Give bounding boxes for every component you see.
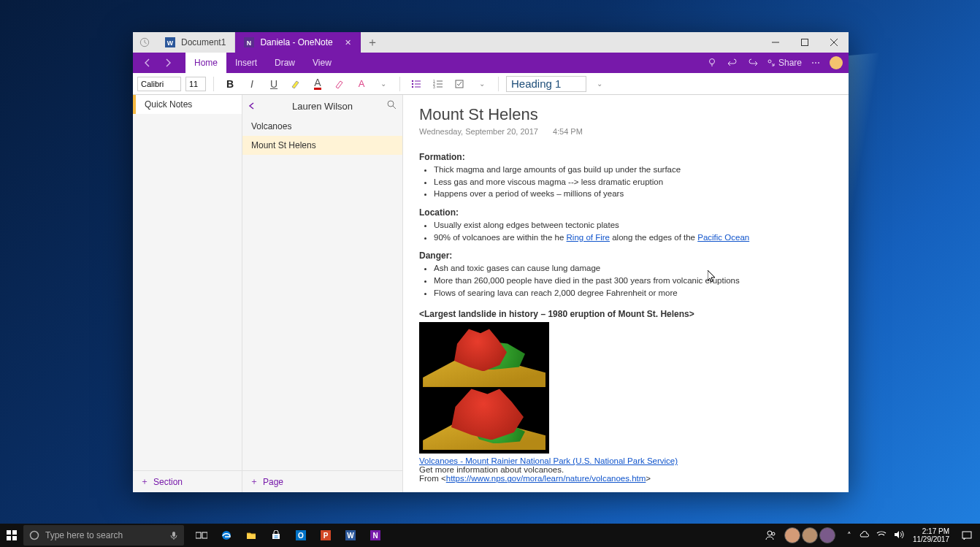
- landslide-heading: <Largest landslide in history – 1980 eru…: [419, 309, 832, 319]
- taskbar-app-word[interactable]: W: [339, 524, 362, 547]
- danger-item: Flows of searing lava can reach 2,000 de…: [434, 287, 832, 299]
- svg-text:W: W: [347, 532, 354, 540]
- font-color-button[interactable]: A: [309, 75, 326, 93]
- heading-formation: Formation:: [419, 152, 832, 162]
- link-ring-of-fire[interactable]: Ring of Fire: [567, 233, 610, 242]
- taskbar-app-onenote[interactable]: N: [364, 524, 387, 547]
- format-painter-button[interactable]: A: [353, 75, 370, 93]
- maximize-button[interactable]: [790, 32, 819, 53]
- link-pacific-ocean[interactable]: Pacific Ocean: [697, 233, 749, 242]
- pinned-contact-1[interactable]: [784, 527, 800, 543]
- svg-point-9: [412, 83, 413, 84]
- lightbulb-icon[interactable]: [705, 56, 719, 69]
- toolbar-dropdown-1[interactable]: ⌄: [375, 75, 392, 93]
- svg-rect-18: [7, 536, 11, 540]
- svg-rect-5: [802, 39, 808, 46]
- highlight-button[interactable]: [287, 75, 305, 93]
- ribbon-tab-view[interactable]: View: [304, 53, 340, 73]
- location-item: Usually exist along edges between tecton…: [434, 219, 832, 232]
- notebook-name: Lauren Wilson: [292, 101, 353, 112]
- tab-word-document[interactable]: W Document1: [156, 32, 235, 53]
- close-window-button[interactable]: [819, 32, 849, 53]
- task-view-button[interactable]: [190, 524, 213, 547]
- page-title[interactable]: Mount St Helens: [419, 105, 832, 124]
- toolbar-dropdown-2[interactable]: ⌄: [473, 75, 491, 93]
- volcano-image: [419, 322, 549, 454]
- bullet-list-button[interactable]: [407, 75, 425, 93]
- pinned-contact-3[interactable]: [819, 527, 835, 543]
- taskbar-search[interactable]: Type here to search: [23, 525, 184, 546]
- add-page-button[interactable]: ＋ Page: [242, 470, 402, 492]
- note-canvas[interactable]: Mount St Helens Wednesday, September 20,…: [403, 95, 849, 492]
- todo-button[interactable]: [451, 75, 469, 93]
- add-section-button[interactable]: ＋ Section: [133, 470, 242, 492]
- people-bar-icon[interactable]: [762, 524, 780, 547]
- taskbar-app-powerpoint[interactable]: P: [314, 524, 337, 547]
- heading-location: Location:: [419, 207, 832, 218]
- onenote-app-icon: N: [244, 37, 254, 47]
- tray-chevron-icon[interactable]: ˄: [847, 531, 851, 540]
- search-placeholder: Type here to search: [45, 530, 123, 540]
- undo-icon[interactable]: [726, 56, 739, 69]
- search-icon[interactable]: [387, 100, 397, 112]
- taskbar-app-store[interactable]: [264, 524, 288, 547]
- link-nps-volcanoes[interactable]: Volcanoes - Mount Rainier National Park …: [419, 456, 678, 465]
- action-center-button[interactable]: [958, 527, 976, 544]
- heading-style-select[interactable]: Heading 1: [506, 76, 586, 92]
- more-icon[interactable]: ⋯: [809, 56, 822, 69]
- number-list-button[interactable]: 123: [429, 75, 447, 93]
- cortana-icon: [29, 530, 39, 540]
- heading-dropdown[interactable]: ⌄: [591, 75, 608, 93]
- user-avatar[interactable]: [830, 56, 843, 69]
- tray-onedrive-icon[interactable]: [859, 531, 869, 540]
- page-mount-st-helens[interactable]: Mount St Helens: [242, 136, 402, 155]
- close-tab-icon[interactable]: ✕: [345, 38, 351, 47]
- redo-icon[interactable]: [746, 56, 759, 69]
- svg-text:N: N: [247, 39, 251, 47]
- italic-button[interactable]: I: [243, 75, 261, 93]
- nav-back-button[interactable]: [139, 54, 156, 72]
- mic-icon[interactable]: [169, 531, 178, 540]
- tab-onenote[interactable]: N Daniela - OneNote ✕: [235, 32, 360, 53]
- add-tab-button[interactable]: ＋: [361, 32, 384, 53]
- taskbar-clock[interactable]: 2:17 PM 11/29/2017: [908, 527, 954, 543]
- sections-panel: Quick Notes ＋ Section: [133, 95, 242, 492]
- formatting-toolbar: B I U A A ⌄ 123 ⌄ Heading 1 ⌄: [133, 73, 849, 95]
- tab-word-label: Document1: [181, 37, 226, 47]
- ribbon-tab-draw[interactable]: Draw: [266, 53, 304, 73]
- pinned-contact-2[interactable]: [802, 527, 818, 543]
- svg-text:O: O: [298, 532, 304, 540]
- ribbon-tab-insert[interactable]: Insert: [226, 53, 266, 73]
- ribbon-tab-home[interactable]: Home: [185, 53, 226, 73]
- plus-icon: ＋: [250, 475, 259, 488]
- notebook-back-icon[interactable]: [248, 100, 256, 112]
- bold-button[interactable]: B: [221, 75, 239, 93]
- svg-point-37: [767, 531, 772, 535]
- history-icon[interactable]: [133, 32, 156, 53]
- page-volcanoes[interactable]: Volcanoes: [242, 117, 402, 136]
- clear-format-button[interactable]: [331, 75, 348, 93]
- start-button[interactable]: [0, 524, 23, 547]
- add-section-label: Section: [153, 477, 183, 487]
- share-button[interactable]: Share: [767, 56, 802, 69]
- clock-date: 11/29/2017: [913, 535, 949, 543]
- taskbar-app-edge[interactable]: [215, 524, 238, 547]
- heading-danger: Danger:: [419, 250, 832, 261]
- danger-item: More than 260,000 people have died in th…: [434, 275, 832, 287]
- taskbar-app-explorer[interactable]: [240, 524, 263, 547]
- nav-forward-button[interactable]: [159, 54, 177, 72]
- font-name-select[interactable]: [137, 77, 181, 91]
- formation-item: Happens over a period of weeks – million…: [434, 188, 832, 200]
- svg-text:W: W: [167, 39, 174, 47]
- minimize-button[interactable]: [761, 32, 790, 53]
- section-quick-notes[interactable]: Quick Notes: [133, 95, 242, 114]
- underline-button[interactable]: U: [265, 75, 283, 93]
- section-label: Quick Notes: [145, 99, 192, 110]
- tray-volume-icon[interactable]: [894, 530, 904, 540]
- taskbar-app-outlook[interactable]: O: [289, 524, 313, 547]
- tray-wifi-icon[interactable]: [876, 530, 887, 540]
- location-item: 90% of volcanoes are within the he Ring …: [434, 232, 832, 244]
- font-size-select[interactable]: [185, 77, 206, 91]
- taskbar: Type here to search O P W N: [0, 524, 980, 547]
- link-source-url[interactable]: https://www.nps.gov/mora/learn/nature/vo…: [446, 474, 646, 483]
